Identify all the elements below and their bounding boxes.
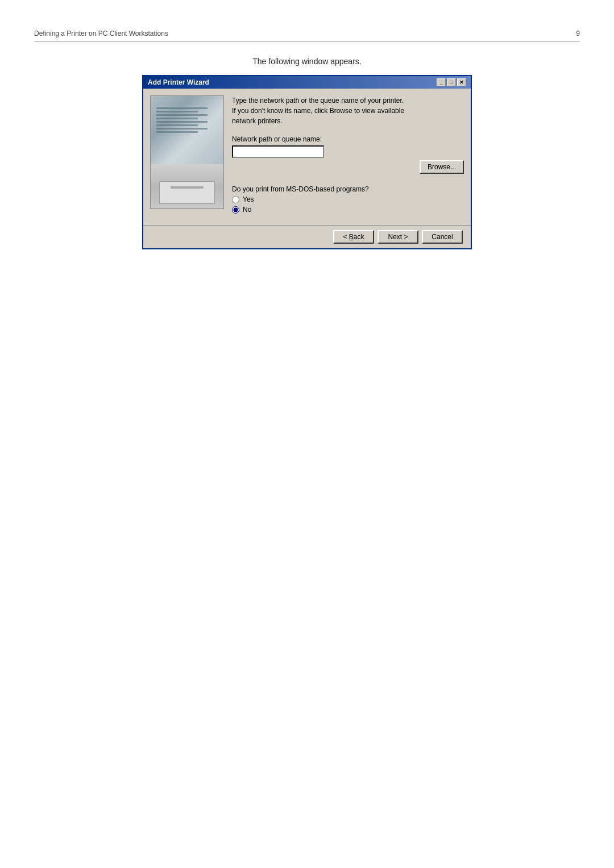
img-line-6	[156, 124, 198, 126]
cancel-button[interactable]: Cancel	[422, 230, 463, 244]
field-section: Network path or queue name: Browse...	[232, 132, 464, 174]
img-line-3	[156, 114, 208, 116]
img-line-7	[156, 128, 208, 130]
dialog-title: Add Printer Wizard	[148, 78, 209, 86]
minimize-button[interactable]: _	[437, 78, 446, 86]
radio-no-input[interactable]	[232, 206, 239, 214]
img-line-2	[156, 111, 198, 112]
printer-shape	[159, 181, 215, 204]
image-bottom-section	[151, 164, 223, 209]
image-top-section	[151, 96, 223, 164]
dos-question-section: Do you print from MS-DOS-based programs?…	[232, 180, 464, 214]
dialog-right-panel: Type the network path or the queue name …	[232, 95, 464, 214]
radio-yes-label[interactable]: Yes	[232, 195, 464, 203]
radio-yes-text: Yes	[243, 195, 254, 203]
radio-no-label[interactable]: No	[232, 206, 464, 214]
add-printer-wizard-dialog: Add Printer Wizard _ □ ✕	[142, 75, 472, 249]
img-line-1	[156, 107, 208, 109]
page-content: The following window appears. Add Printe…	[34, 57, 580, 249]
network-path-input[interactable]	[232, 145, 324, 158]
dialog-footer: < Back Next > Cancel	[143, 226, 471, 248]
header-left-text: Defining a Printer on PC Client Workstat…	[34, 30, 168, 37]
dialog-titlebar: Add Printer Wizard _ □ ✕	[143, 76, 471, 89]
description-text: Type the network path or the queue name …	[232, 95, 464, 126]
image-lines	[156, 107, 221, 135]
close-button[interactable]: ✕	[457, 78, 466, 86]
dos-radio-group: Yes No	[232, 195, 464, 214]
img-line-4	[156, 118, 198, 119]
next-label: Next >	[388, 233, 408, 241]
img-line-8	[156, 131, 198, 133]
img-line-5	[156, 121, 208, 123]
radio-no-text: No	[243, 206, 251, 214]
page-header: Defining a Printer on PC Client Workstat…	[34, 30, 580, 41]
wizard-image	[150, 95, 224, 209]
printer-slot	[171, 186, 204, 189]
radio-yes-input[interactable]	[232, 196, 239, 203]
browse-button[interactable]: Browse...	[420, 160, 464, 174]
field-label: Network path or queue name:	[232, 135, 464, 143]
back-label: Back	[349, 233, 364, 241]
titlebar-controls: _ □ ✕	[437, 78, 466, 86]
browse-row: Browse...	[232, 160, 464, 174]
maximize-button[interactable]: □	[447, 78, 456, 86]
intro-text: The following window appears.	[34, 57, 580, 66]
dos-question: Do you print from MS-DOS-based programs?	[232, 185, 464, 193]
next-button[interactable]: Next >	[377, 230, 418, 244]
page-number: 9	[576, 30, 580, 37]
back-button[interactable]: < Back	[333, 230, 374, 244]
dialog-body: Type the network path or the queue name …	[143, 89, 471, 220]
